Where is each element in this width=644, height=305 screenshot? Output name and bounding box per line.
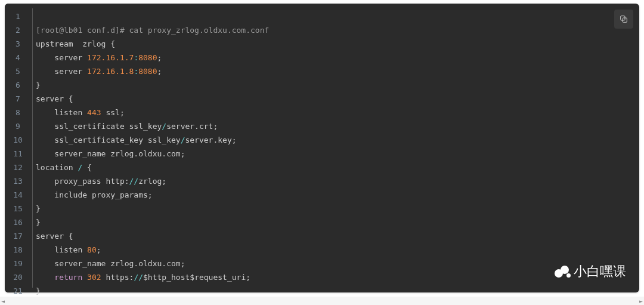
code-block: 123456789101112131415161718192021 [root@… xyxy=(5,4,639,292)
line-number: 15 xyxy=(5,202,31,215)
code-area: [root@lb01 conf.d]# cat proxy_zrlog.oldx… xyxy=(36,10,632,305)
horizontal-scrollbar[interactable]: ◄ ► xyxy=(0,297,644,305)
line-number: 2 xyxy=(5,23,31,37)
code-line: server xyxy=(36,94,69,103)
line-number: 6 xyxy=(5,78,31,92)
line-number: 8 xyxy=(5,106,31,119)
watermark: 小白嘿课 xyxy=(555,263,626,281)
line-number-gutter: 123456789101112131415161718192021 xyxy=(5,4,31,292)
code-line: upstream zrlog xyxy=(36,39,110,48)
line-number: 1 xyxy=(5,10,31,23)
code-line: [root@lb01 conf.d]# cat proxy_zrlog.oldx… xyxy=(36,26,269,35)
line-number: 13 xyxy=(5,174,31,188)
code-line: } xyxy=(36,81,41,90)
line-number: 20 xyxy=(5,270,31,284)
line-number: 18 xyxy=(5,243,31,257)
line-number: 10 xyxy=(5,133,31,147)
line-number: 17 xyxy=(5,229,31,243)
code-line: } xyxy=(36,286,41,295)
code-line: } xyxy=(36,204,41,213)
line-number: 19 xyxy=(5,257,31,270)
line-number: 16 xyxy=(5,215,31,229)
line-number: 5 xyxy=(5,64,31,78)
copy-button[interactable] xyxy=(614,10,633,29)
line-number: 12 xyxy=(5,161,31,174)
line-number: 11 xyxy=(5,147,31,161)
gutter-divider xyxy=(32,8,33,288)
wechat-icon xyxy=(555,263,571,280)
code-line: } xyxy=(36,218,41,227)
line-number: 3 xyxy=(5,37,31,51)
code-line: location xyxy=(36,163,78,172)
code-line: server xyxy=(36,232,69,241)
scroll-right-arrow[interactable]: ► xyxy=(639,298,643,304)
line-number: 14 xyxy=(5,188,31,202)
line-number: 4 xyxy=(5,51,31,64)
scroll-left-arrow[interactable]: ◄ xyxy=(1,298,5,304)
watermark-text: 小白嘿课 xyxy=(574,263,626,281)
copy-icon xyxy=(619,14,628,24)
line-number: 9 xyxy=(5,119,31,133)
line-number: 7 xyxy=(5,92,31,106)
line-number: 21 xyxy=(5,284,31,298)
